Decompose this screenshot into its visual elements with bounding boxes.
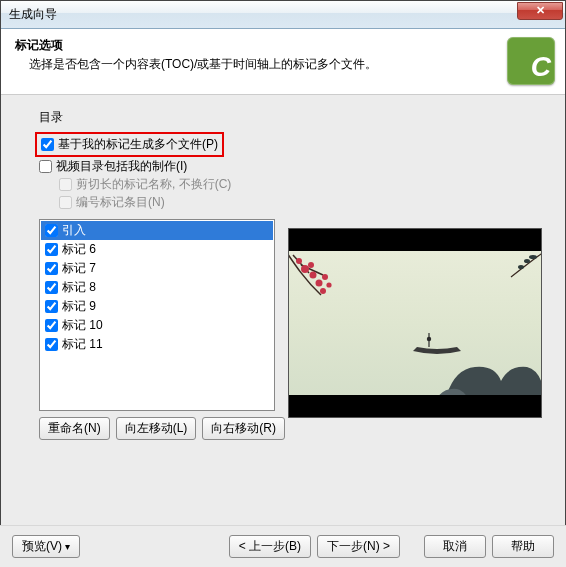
list-item-label: 标记 6 <box>62 241 96 258</box>
help-button[interactable]: 帮助 <box>492 535 554 558</box>
close-icon: ✕ <box>536 4 545 17</box>
check-generate-multiple-label: 基于我的标记生成多个文件(P) <box>58 136 218 153</box>
decor-branch-left <box>289 251 365 335</box>
check-number-entries-box <box>59 196 72 209</box>
list-item-label: 标记 8 <box>62 279 96 296</box>
list-item-checkbox[interactable] <box>45 319 58 332</box>
svg-point-9 <box>518 265 524 269</box>
chevron-down-icon: ▾ <box>65 541 70 552</box>
svg-point-12 <box>427 337 431 341</box>
list-item-label: 引入 <box>62 222 86 239</box>
header-title: 标记选项 <box>15 37 491 54</box>
check-include-production-label: 视频目录包括我的制作(I) <box>56 158 187 175</box>
svg-point-4 <box>322 274 328 280</box>
list-item-label: 标记 9 <box>62 298 96 315</box>
list-item-checkbox[interactable] <box>45 224 58 237</box>
preview-panel <box>288 228 542 418</box>
check-trim-names-label: 剪切长的标记名称, 不换行(C) <box>76 176 231 193</box>
svg-point-10 <box>529 255 537 259</box>
list-item[interactable]: 标记 11 <box>41 335 273 354</box>
move-left-button[interactable]: 向左移动(L) <box>116 417 197 440</box>
check-include-production[interactable]: 视频目录包括我的制作(I) <box>39 158 541 175</box>
list-item[interactable]: 标记 9 <box>41 297 273 316</box>
titlebar: 生成向导 ✕ <box>1 1 565 29</box>
app-logo: C <box>507 37 555 85</box>
check-trim-names: 剪切长的标记名称, 不换行(C) <box>59 176 541 193</box>
cancel-button[interactable]: 取消 <box>424 535 486 558</box>
list-item-label: 标记 11 <box>62 336 103 353</box>
list-item-label: 标记 10 <box>62 317 103 334</box>
list-item[interactable]: 标记 6 <box>41 240 273 259</box>
check-number-entries: 编号标记条目(N) <box>59 194 541 211</box>
window-title: 生成向导 <box>9 6 517 23</box>
list-item-checkbox[interactable] <box>45 262 58 275</box>
check-include-production-box[interactable] <box>39 160 52 173</box>
list-actions: 重命名(N) 向左移动(L) 向右移动(R) <box>39 417 541 440</box>
close-button[interactable]: ✕ <box>517 2 563 20</box>
svg-point-2 <box>296 258 302 264</box>
list-item-checkbox[interactable] <box>45 300 58 313</box>
svg-point-6 <box>320 288 326 294</box>
list-item-label: 标记 7 <box>62 260 96 277</box>
list-item-checkbox[interactable] <box>45 338 58 351</box>
wizard-header: 标记选项 选择是否包含一个内容表(TOC)/或基于时间轴上的标记多个文件。 C <box>1 29 565 95</box>
check-generate-multiple-box[interactable] <box>41 138 54 151</box>
preview-image <box>289 251 541 395</box>
list-item-checkbox[interactable] <box>45 281 58 294</box>
next-button[interactable]: 下一步(N) > <box>317 535 400 558</box>
check-generate-multiple[interactable]: 基于我的标记生成多个文件(P) <box>41 136 218 153</box>
list-item[interactable]: 标记 7 <box>41 259 273 278</box>
highlighted-option: 基于我的标记生成多个文件(P) <box>35 132 224 157</box>
svg-point-0 <box>301 265 309 273</box>
preview-button[interactable]: 预览(V) ▾ <box>12 535 80 558</box>
svg-point-5 <box>308 262 314 268</box>
check-trim-names-box <box>59 178 72 191</box>
svg-point-8 <box>524 259 530 263</box>
header-desc: 选择是否包含一个内容表(TOC)/或基于时间轴上的标记多个文件。 <box>15 56 491 73</box>
list-item[interactable]: 标记 10 <box>41 316 273 335</box>
list-item[interactable]: 引入 <box>41 221 273 240</box>
svg-point-3 <box>316 280 323 287</box>
move-right-button[interactable]: 向右移动(R) <box>202 417 285 440</box>
preview-button-label: 预览(V) <box>22 539 62 553</box>
list-item[interactable]: 标记 8 <box>41 278 273 297</box>
marker-listbox[interactable]: 引入标记 6标记 7标记 8标记 9标记 10标记 11 <box>39 219 275 411</box>
logo-letter: C <box>531 53 551 81</box>
svg-point-7 <box>326 282 331 287</box>
decor-branch-right <box>487 251 541 297</box>
wizard-footer: 预览(V) ▾ < 上一步(B) 下一步(N) > 取消 帮助 <box>0 525 566 567</box>
svg-point-1 <box>310 272 317 279</box>
check-number-entries-label: 编号标记条目(N) <box>76 194 165 211</box>
section-label-directory: 目录 <box>39 109 541 126</box>
back-button[interactable]: < 上一步(B) <box>229 535 311 558</box>
decor-rocks <box>435 337 541 395</box>
list-item-checkbox[interactable] <box>45 243 58 256</box>
rename-button[interactable]: 重命名(N) <box>39 417 110 440</box>
